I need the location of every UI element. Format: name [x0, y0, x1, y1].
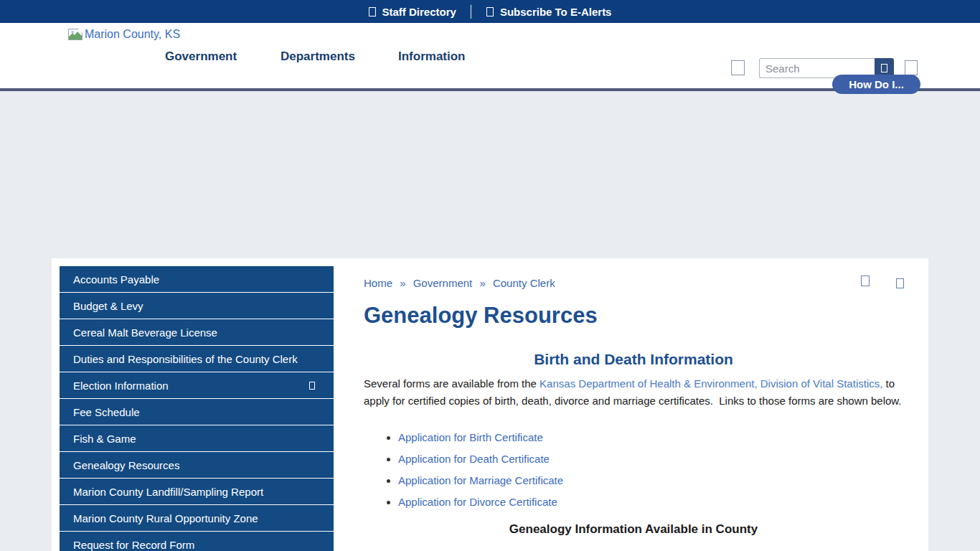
- header-right-icon[interactable]: [905, 60, 918, 75]
- sidebar-item-duties-responsibilities[interactable]: Duties and Responsibilities of the Count…: [60, 346, 334, 372]
- sidebar-item-label: Fee Schedule: [73, 406, 140, 418]
- sidebar-item-label: Election Information: [73, 380, 169, 392]
- how-do-i-button[interactable]: How Do I...: [832, 75, 920, 94]
- search-icon: [881, 64, 887, 72]
- breadcrumb-home[interactable]: Home: [364, 277, 392, 289]
- breadcrumb-county-clerk[interactable]: County Clerk: [493, 277, 555, 289]
- main-content: Home » Government » County Clerk Genealo…: [364, 277, 903, 537]
- list-item: Application for Death Certificate: [398, 448, 903, 470]
- subscribe-ealerts-label: Subscribe To E-Alerts: [500, 6, 612, 18]
- sidebar-item-budget-levy[interactable]: Budget & Levy: [60, 293, 334, 319]
- list-item: Application for Marriage Certificate: [398, 470, 903, 491]
- list-item: Application for Divorce Certificate: [398, 491, 903, 513]
- sidebar-item-fee-schedule[interactable]: Fee Schedule: [60, 399, 334, 425]
- sidebar-item-label: Request for Record Form: [73, 539, 194, 551]
- ealerts-icon: [486, 7, 494, 17]
- sidebar-item-request-for-record-form[interactable]: Request for Record Form: [60, 532, 334, 551]
- breadcrumb-government[interactable]: Government: [413, 277, 473, 289]
- site-header: Marion County, KS Government Departments…: [0, 23, 980, 91]
- staff-directory-link[interactable]: Staff Directory: [369, 6, 456, 18]
- list-item: Application for Birth Certificate: [398, 427, 903, 448]
- sidebar-item-label: Cereal Malt Beverage License: [73, 326, 217, 339]
- header-left-icon[interactable]: [731, 60, 745, 75]
- sidebar-item-election-information[interactable]: Election Information: [60, 372, 334, 398]
- nav-information[interactable]: Information: [398, 50, 466, 64]
- sidebar-item-label: Genealogy Resources: [73, 459, 179, 471]
- nav-departments[interactable]: Departments: [281, 50, 355, 64]
- breadcrumb: Home » Government » County Clerk: [364, 277, 903, 290]
- paragraph-text: Several forms are available from the: [364, 377, 540, 390]
- utility-bar: Staff Directory │ Subscribe To E-Alerts: [0, 0, 980, 23]
- expand-icon[interactable]: [309, 382, 315, 390]
- sidebar-item-label: Duties and Responsibilities of the Count…: [73, 353, 298, 365]
- section-heading-birth-death: Birth and Death Information: [364, 350, 903, 368]
- sidebar-item-fish-game[interactable]: Fish & Game: [60, 425, 334, 451]
- sidebar-item-accounts-payable[interactable]: Accounts Payable: [60, 266, 334, 292]
- nav-government[interactable]: Government: [165, 50, 237, 64]
- divorce-certificate-link[interactable]: Application for Divorce Certificate: [398, 496, 557, 508]
- marriage-certificate-link[interactable]: Application for Marriage Certificate: [398, 474, 563, 486]
- section-heading-genealogy-county: Genealogy Information Available in Count…: [364, 522, 903, 537]
- sidebar-item-label: Budget & Levy: [73, 300, 143, 312]
- kdhe-vital-statistics-link[interactable]: Kansas Department of Health & Environmen…: [540, 377, 882, 390]
- sidebar-item-label: Fish & Game: [73, 433, 136, 445]
- site-logo-link[interactable]: Marion County, KS: [68, 28, 180, 41]
- staff-directory-icon: [369, 7, 376, 17]
- sidebar-item-rural-opportunity-zone[interactable]: Marion County Rural Opportunity Zone: [60, 505, 334, 531]
- breadcrumb-separator: »: [479, 277, 485, 289]
- certificate-links-list: Application for Birth Certificate Applic…: [364, 427, 903, 513]
- death-certificate-link[interactable]: Application for Death Certificate: [398, 453, 550, 465]
- broken-image-icon: [68, 29, 83, 40]
- sidebar-item-genealogy-resources[interactable]: Genealogy Resources: [60, 452, 334, 478]
- content-card: Accounts Payable Budget & Levy Cereal Ma…: [52, 258, 928, 551]
- topbar-separator: │: [468, 5, 475, 18]
- sidebar-item-landfill-sampling-report[interactable]: Marion County Landfill/Sampling Report: [60, 479, 334, 504]
- sidebar-item-label: Marion County Landfill/Sampling Report: [73, 486, 263, 498]
- sidebar-item-label: Accounts Payable: [73, 273, 159, 286]
- breadcrumb-separator: »: [400, 277, 405, 289]
- subscribe-ealerts-link[interactable]: Subscribe To E-Alerts: [486, 6, 612, 18]
- sidebar-item-label: Marion County Rural Opportunity Zone: [73, 512, 258, 524]
- intro-paragraph: Several forms are available from the Kan…: [364, 375, 903, 410]
- birth-certificate-link[interactable]: Application for Birth Certificate: [398, 431, 543, 443]
- staff-directory-label: Staff Directory: [382, 6, 456, 18]
- sidebar-menu: Accounts Payable Budget & Levy Cereal Ma…: [60, 266, 334, 551]
- page-title: Genealogy Resources: [364, 302, 903, 329]
- sidebar-item-cereal-malt-beverage-license[interactable]: Cereal Malt Beverage License: [60, 319, 334, 345]
- site-logo-text: Marion County, KS: [85, 28, 180, 41]
